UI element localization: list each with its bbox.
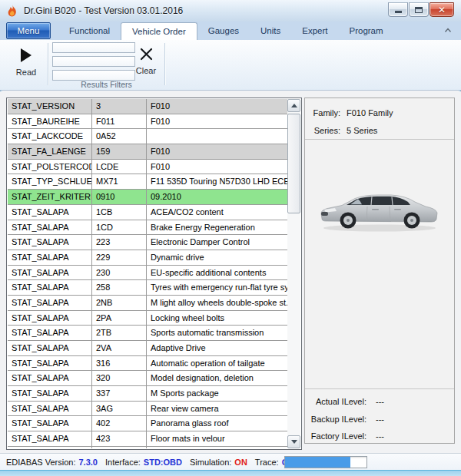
table-row[interactable]: STAT_SALAPA2TBSports automatic transmiss… xyxy=(8,326,287,341)
table-cell-desc: Electronic Damper Control xyxy=(147,235,287,250)
table-row[interactable]: STAT_VERSION3F010 xyxy=(8,99,287,114)
table-cell-name: STAT_FA_LAENGE xyxy=(8,144,92,159)
table-cell-name: STAT_POLSTERCODE xyxy=(8,160,92,174)
filter-input-2[interactable] xyxy=(52,56,135,67)
status-text: EDIABAS Version: 7.3.0 Interface: STD:OB… xyxy=(6,454,307,470)
table-row[interactable]: STAT_SALAPA258Tyres with emergency run-f… xyxy=(8,280,287,296)
table-cell-desc: F010 xyxy=(147,99,287,114)
vertical-scrollbar[interactable] xyxy=(287,99,300,448)
play-icon xyxy=(21,48,32,62)
interface-label: Interface: xyxy=(105,458,141,467)
table-cell-name: STAT_SALAPA xyxy=(8,250,92,265)
table-cell-code: F011 xyxy=(92,114,147,129)
factory-ilevel-row: Factory ILevel: --- xyxy=(305,428,454,445)
tab-gauges[interactable]: Gauges xyxy=(197,21,250,40)
table-cell-code: 3 xyxy=(92,99,147,114)
tab-program[interactable]: Program xyxy=(338,21,393,40)
table-row[interactable]: STAT_BAUREIHEF011F010 xyxy=(8,114,287,130)
app-window: Dr.Gini B020 - Test Version 03.01.2016 ✕… xyxy=(0,0,461,476)
table-cell-desc: F010 xyxy=(147,114,287,129)
scrollbar-thumb[interactable] xyxy=(287,114,300,213)
menu-button[interactable]: Menu xyxy=(6,22,51,39)
table-cell-name: STAT_LACKCODE xyxy=(8,129,92,144)
table-row[interactable]: STAT_SALAPA230EU-specific additional con… xyxy=(8,266,287,281)
tab-functional[interactable]: Functional xyxy=(58,21,121,40)
table-cell-desc: ACEA/CO2 content xyxy=(147,205,287,220)
table-row[interactable]: STAT_SALAPA3AGRear view camera xyxy=(8,402,287,417)
table-cell-code: 423 xyxy=(92,431,147,446)
table-cell-code: 0910 xyxy=(92,190,147,204)
table-row[interactable]: STAT_SALAPA337M Sports package xyxy=(8,386,287,402)
scroll-down-button[interactable] xyxy=(287,435,300,448)
collapse-ribbon-icon[interactable] xyxy=(444,28,452,33)
table-row[interactable] xyxy=(8,447,287,448)
table-cell-code xyxy=(92,447,147,448)
table-row[interactable]: STAT_SALAPA1CBACEA/CO2 content xyxy=(8,205,287,220)
clear-button-label: Clear xyxy=(136,66,156,75)
toolbar: Read Clear Results Filters xyxy=(0,40,461,91)
table-cell-code: 2PA xyxy=(92,311,147,326)
vehicle-info: Family: F010 Family Series: 5 Series xyxy=(305,98,454,139)
table-row[interactable]: STAT_LACKCODE0A52 xyxy=(8,129,287,144)
table-row[interactable]: STAT_SALAPA1CDBrake Energy Regeneration xyxy=(8,220,287,236)
table-row[interactable]: STAT_SALAPA2VAAdaptive Drive xyxy=(8,341,287,356)
table-cell-code: 320 xyxy=(92,371,147,385)
factory-ilevel-label: Factory ILevel: xyxy=(305,431,366,441)
table-cell-code: 2VA xyxy=(92,341,147,355)
filter-input-3[interactable] xyxy=(52,70,135,81)
minimize-button[interactable] xyxy=(388,2,408,17)
table-row[interactable]: STAT_TYP_SCHLUES...MX71F11 535D Touring … xyxy=(8,174,287,190)
table-cell-code: MX71 xyxy=(92,174,147,189)
table-row[interactable]: STAT_FA_LAENGE159F010 xyxy=(8,144,287,160)
actual-ilevel-value: --- xyxy=(376,397,384,406)
table-row[interactable]: STAT_ZEIT_KRITERI...091009.2010 xyxy=(8,190,287,205)
table-cell-desc: Model designation, deletion xyxy=(147,371,287,385)
table-cell-desc: Tyres with emergency run-flat tyre sy... xyxy=(147,280,287,295)
maximize-button[interactable] xyxy=(409,2,429,17)
tab-vehicle-order[interactable]: Vehicle Order xyxy=(121,22,197,40)
table-cell-name: STAT_SALAPA xyxy=(8,280,92,295)
table-row[interactable]: STAT_SALAPA320Model designation, deletio… xyxy=(8,371,287,386)
table-cell-name: STAT_SALAPA xyxy=(8,311,92,326)
table-cell-name: STAT_SALAPA xyxy=(8,371,92,385)
table-cell-code: 1CD xyxy=(92,220,147,235)
flame-app-icon xyxy=(7,5,18,17)
window-title: Dr.Gini B020 - Test Version 03.01.2016 xyxy=(24,5,183,16)
table-cell-code: 223 xyxy=(92,235,147,250)
tab-units[interactable]: Units xyxy=(250,21,291,40)
table-cell-code: 159 xyxy=(92,144,147,159)
table-row[interactable]: STAT_SALAPA423Floor mats in velour xyxy=(8,431,287,447)
table-row[interactable]: STAT_SALAPA229Dynamic drive xyxy=(8,250,287,266)
table-cell-name: STAT_SALAPA xyxy=(8,386,92,401)
table-cell-desc: F11 535D Touring N57D30 LHD ECE xyxy=(147,174,287,189)
close-icon: ✕ xyxy=(438,5,446,15)
read-button[interactable]: Read xyxy=(8,42,45,87)
scroll-up-button[interactable] xyxy=(287,99,300,112)
family-label: Family: xyxy=(305,108,340,117)
minimize-icon xyxy=(395,11,402,13)
table-cell-name: STAT_BAUREIHE xyxy=(8,114,92,129)
filter-input-1[interactable] xyxy=(52,42,135,53)
table-row[interactable]: STAT_SALAPA316Automatic operation of tai… xyxy=(8,356,287,372)
table-cell-code: 337 xyxy=(92,386,147,401)
table-row[interactable]: STAT_POLSTERCODELCDEF010 xyxy=(8,160,287,175)
table-cell-code: LCDE xyxy=(92,160,147,174)
close-button[interactable]: ✕ xyxy=(429,2,454,17)
series-label: Series: xyxy=(305,126,340,135)
table-cell-desc: F010 xyxy=(147,144,287,159)
table-cell-name: STAT_SALAPA xyxy=(8,296,92,310)
ediabas-version-label: EDIABAS Version: xyxy=(6,458,76,467)
table-cell-code: 402 xyxy=(92,416,147,431)
table-row[interactable]: STAT_SALAPA2PALocking wheel bolts xyxy=(8,311,287,326)
table-cell-desc: Floor mats in velour xyxy=(147,431,287,446)
table-cell-name xyxy=(8,447,92,448)
title-bar[interactable]: Dr.Gini B020 - Test Version 03.01.2016 ✕ xyxy=(0,0,461,21)
table-row[interactable]: STAT_SALAPA2NBM light alloy wheels doubl… xyxy=(8,296,287,311)
table-row[interactable]: STAT_SALAPA223Electronic Damper Control xyxy=(8,235,287,250)
clear-button[interactable]: Clear xyxy=(132,42,160,82)
tab-expert[interactable]: Expert xyxy=(291,21,338,40)
table-cell-name: STAT_SALAPA xyxy=(8,356,92,371)
table-cell-code: 2NB xyxy=(92,296,147,310)
table-row[interactable]: STAT_SALAPA402Panorama glass roof xyxy=(8,416,287,431)
table-cell-desc: F010 xyxy=(147,160,287,174)
